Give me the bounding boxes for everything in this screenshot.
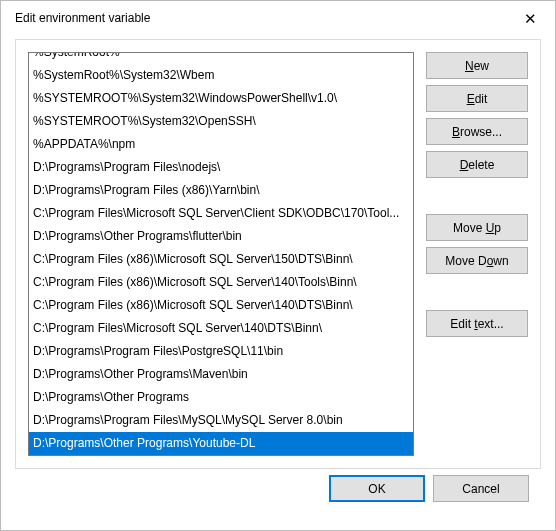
list-item[interactable]: D:\Programs\Other Programs [29,386,413,409]
close-button[interactable]: ✕ [513,7,547,29]
new-button[interactable]: New [426,52,528,79]
list-item[interactable]: %SystemRoot% [29,53,413,64]
list-item[interactable]: D:\Programs\Program Files\PostgreSQL\11\… [29,340,413,363]
list-item[interactable]: D:\Programs\Program Files\nodejs\ [29,156,413,179]
cancel-button[interactable]: Cancel [433,475,529,502]
list-item[interactable]: D:\Programs\Other Programs\Maven\bin [29,363,413,386]
ok-button[interactable]: OK [329,475,425,502]
edit-button-label: Edit [467,92,488,106]
new-button-label: New [465,59,489,73]
list-item[interactable]: D:\Programs\Other Programs\flutter\bin [29,225,413,248]
move-down-button[interactable]: Move Down [426,247,528,274]
move-up-button-label: Move Up [453,221,501,235]
list-item[interactable]: C:\Program Files (x86)\Microsoft SQL Ser… [29,294,413,317]
list-item[interactable]: C:\Program Files\Microsoft SQL Server\Cl… [29,202,413,225]
list-item[interactable]: %SYSTEMROOT%\System32\OpenSSH\ [29,110,413,133]
dialog-window: Edit environment variable ✕ C:\ProgramDa… [0,0,556,531]
delete-button[interactable]: Delete [426,151,528,178]
path-listbox[interactable]: C:\ProgramData\chocolatey\bin%SystemRoot… [29,53,413,455]
titlebar: Edit environment variable ✕ [1,1,555,33]
content-area: C:\ProgramData\chocolatey\bin%SystemRoot… [1,33,555,530]
spacer [426,184,528,208]
button-sidebar: New Edit Browse... Delete Move Up Move D… [426,52,528,456]
edit-text-button[interactable]: Edit text... [426,310,528,337]
list-item[interactable]: C:\Program Files\Microsoft SQL Server\14… [29,317,413,340]
edit-button[interactable]: Edit [426,85,528,112]
delete-button-label: Delete [460,158,495,172]
spacer [426,280,528,304]
footer: OK Cancel [15,469,541,516]
list-item[interactable]: %APPDATA%\npm [29,133,413,156]
list-item[interactable]: %SystemRoot%\System32\Wbem [29,64,413,87]
window-title: Edit environment variable [15,11,150,25]
move-up-button[interactable]: Move Up [426,214,528,241]
list-item[interactable]: C:\Program Files (x86)\Microsoft SQL Ser… [29,248,413,271]
move-down-button-label: Move Down [445,254,508,268]
group-box: C:\ProgramData\chocolatey\bin%SystemRoot… [15,39,541,469]
edit-text-button-label: Edit text... [450,317,503,331]
list-item[interactable]: %SYSTEMROOT%\System32\WindowsPowerShell\… [29,87,413,110]
list-item[interactable]: D:\Programs\Program Files\MySQL\MySQL Se… [29,409,413,432]
list-item[interactable]: D:\Programs\Program Files (x86)\Yarn\bin… [29,179,413,202]
list-item[interactable]: D:\Programs\Other Programs\Youtube-DL [29,432,413,455]
close-icon: ✕ [524,11,537,26]
browse-button[interactable]: Browse... [426,118,528,145]
browse-button-label: Browse... [452,125,502,139]
path-list-wrap: C:\ProgramData\chocolatey\bin%SystemRoot… [28,52,414,456]
list-item[interactable]: C:\Program Files (x86)\Microsoft SQL Ser… [29,271,413,294]
